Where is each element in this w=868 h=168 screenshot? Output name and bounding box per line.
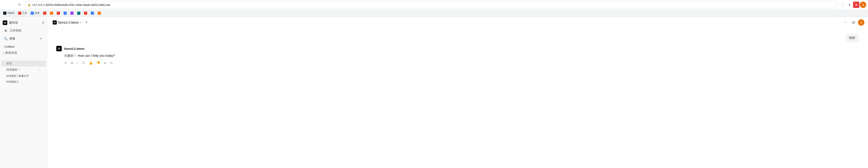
untitled-label: Untitled [4,45,14,48]
bookmark-favicon [18,11,21,15]
sidebar-untitled-item[interactable]: › Untitled [1,44,46,50]
main-content: OI llama3.2:latest ∨ + ··· ⊟ J 你好 [47,17,868,168]
ai-message-actions: ✏ ⧉ ♪ ⓘ 👍 👎 ⊘ ↻ [56,60,859,65]
chevron-right-icon: › [3,46,3,48]
chevron-down-icon: ∨ [3,52,4,54]
bookmark-label: 书签站 [7,11,14,15]
user-message-text: 你好 [849,36,855,39]
top-bar: OI llama3.2:latest ∨ + ··· ⊟ J [47,17,868,28]
search-label: 搜索 [9,36,15,40]
sidebar-search-item[interactable]: 🔍 搜索 + [1,35,46,43]
bookmark-favicon [70,11,73,15]
address-bar[interactable]: 🔒 127.0.0.1:3000/c/668e4e6b-f25c-449e-bb… [25,1,838,8]
bookmark-favicon [3,11,6,15]
thumbs-down-button[interactable]: 👎 [96,61,100,65]
browser-menu-btn[interactable]: ⋮ [839,2,846,8]
sidebar-logo: OI [3,21,7,25]
bookmark-item[interactable] [62,10,68,16]
browser-actions: ⋮ ⬇ ■ J [839,2,866,8]
sidebar-conversations-section: 会话 对话项目一 — 对话项目二标题文字 对话项目三 [0,58,47,85]
speak-button[interactable]: ♪ [76,61,79,65]
conversation-action[interactable]: — [38,68,41,72]
sidebar-conversation-item-2[interactable]: 对话项目二标题文字 [1,73,46,79]
ai-message-body: 大家好！ How can I help you today? [56,53,859,58]
sidebar-all-chats-item[interactable]: ∨ 所有对话 [1,50,46,56]
conversation-title: 对话项目二标题文字 [6,74,29,78]
model-chevron-icon: ∨ [80,21,82,24]
ai-logo: OI [56,46,62,51]
bookmark-item[interactable] [49,10,55,16]
sidebar-menu-icon[interactable]: ≡ [42,21,44,25]
ai-message-wrapper: OI llama3.2:latest 大家好！ How can I help y… [47,46,868,65]
bookmark-item[interactable]: 书签站 [2,10,16,16]
forward-button[interactable]: → [9,2,16,8]
bookmark-favicon [91,11,94,15]
sidebar-new-chat-header: OI 新对话 ≡ [0,19,47,27]
more-options-button[interactable]: ··· [842,19,849,26]
regenerate-button[interactable]: ↻ [110,61,113,65]
app-container: OI 新对话 ≡ ⊞ 工作空间 🔍 搜索 + › Untitled ∨ 所有对话 [0,17,868,168]
browser-profile-btn[interactable]: J [860,2,866,8]
bookmark-favicon [64,11,67,15]
bookmark-favicon [84,11,87,15]
user-avatar[interactable]: J [858,19,864,26]
lock-icon: 🔒 [28,3,31,6]
bookmark-label: 工具 [22,11,27,15]
browser-nav-buttons: ← → ↻ [2,2,23,8]
bookmark-item[interactable]: 工具 [17,10,28,16]
sidebar-conversation-item-1[interactable]: 对话项目一 — [1,67,46,73]
all-chats-label: 所有对话 [5,51,17,55]
bookmark-item[interactable] [69,10,75,16]
sidebar-sections: › Untitled ∨ 所有对话 [0,43,47,57]
model-name: llama3.2:latest [58,21,79,24]
ai-message-text: 大家好！ How can I help you today? [64,54,115,57]
ai-model-label: llama3.2:latest [64,47,85,50]
sidebar-group-header[interactable]: 会话 [1,60,46,66]
add-model-button[interactable]: + [83,19,89,26]
bookmark-item[interactable]: 资源 [29,10,41,16]
bookmark-favicon [98,11,101,15]
bookmark-item[interactable] [89,10,95,16]
browser-extensions-btn[interactable]: ■ [853,2,859,8]
group-label: 会话 [6,61,12,65]
sidebar-conversation-item-3[interactable]: 对话项目三 [1,79,46,85]
browser-toolbar: ← → ↻ 🔒 127.0.0.1:3000/c/668e4e6b-f25c-4… [0,0,868,9]
sidebar-item-workspace[interactable]: ⊞ 工作空间 [1,27,46,34]
copy-button[interactable]: ⧉ [70,61,73,65]
workspace-icon: ⊞ [4,29,8,33]
user-message-wrapper: 你好 [47,34,868,42]
workspace-label: 工作空间 [9,29,21,33]
bookmarks-bar: 书签站 工具 资源 [0,9,868,17]
thumbs-up-button[interactable]: 👍 [88,61,93,65]
model-logo: OI [53,21,57,25]
reload-button[interactable]: ↻ [17,2,23,8]
layout-button[interactable]: ⊟ [850,19,857,26]
bookmark-item[interactable] [83,10,89,16]
browser-downloads-btn[interactable]: ⬇ [846,2,852,8]
user-message-bubble: 你好 [845,34,859,42]
chat-area: 你好 OI llama3.2:latest 大家好！ How can I hel… [47,28,868,168]
bookmark-favicon [43,11,46,15]
bookmark-item[interactable] [96,10,102,16]
bookmark-item[interactable] [55,10,61,16]
conversation-title: 对话项目三 [6,80,19,84]
bookmark-favicon [77,11,80,15]
model-selector[interactable]: OI llama3.2:latest ∨ [51,20,83,25]
bookmark-favicon [57,11,60,15]
bookmark-favicon [50,11,53,15]
search-icon: 🔍 [4,37,7,40]
edit-button[interactable]: ✏ [64,61,68,65]
bookmark-item[interactable] [42,10,48,16]
info-button[interactable]: ⓘ [82,60,86,65]
bookmark-label: 资源 [34,11,39,15]
top-bar-actions: ··· ⊟ J [842,19,864,26]
ai-message-header: OI llama3.2:latest [56,46,859,51]
sidebar: OI 新对话 ≡ ⊞ 工作空间 🔍 搜索 + › Untitled ∨ 所有对话 [0,17,47,168]
conversation-title: 对话项目一 [6,68,20,72]
back-button[interactable]: ← [2,2,8,8]
add-new-button[interactable]: + [39,36,43,41]
bookmark-item[interactable] [76,10,82,16]
flag-button[interactable]: ⊘ [103,61,107,65]
bookmark-favicon [31,11,34,15]
new-chat-button[interactable]: 新对话 [9,21,40,25]
